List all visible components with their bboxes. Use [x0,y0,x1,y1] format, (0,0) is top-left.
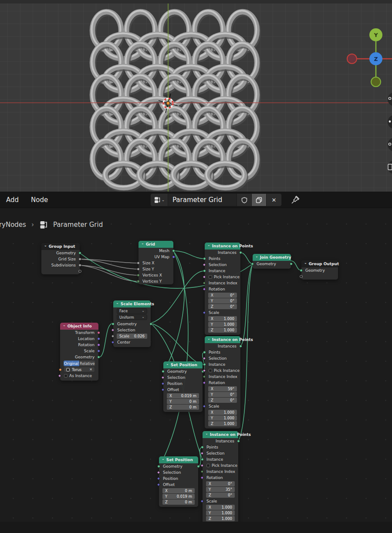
object-picker-field[interactable]: Torus ✕ [64,367,95,372]
scale-y-field[interactable]: Y1.000 [206,510,235,516]
rotation-y-field[interactable]: Y0° [208,298,237,304]
scale-field[interactable]: Scale0.026 [117,334,147,339]
orientation-gizmo[interactable]: Y Z [347,28,392,87]
collapse-chevron-icon[interactable]: ⌄ [205,432,208,435]
offset-y-field[interactable]: Y0.019 m [162,494,195,499]
socket-instance-in[interactable] [201,458,204,461]
node-header[interactable]: ⌄Instance on Points [205,243,240,250]
socket-geometry-in[interactable] [162,370,165,373]
socket-points-in[interactable] [203,351,206,354]
scale-z-field[interactable]: Z1.000 [208,421,237,426]
socket-size-x-in[interactable] [137,262,140,265]
node-group-output[interactable]: ⌄Group Output Geometry [301,260,338,280]
socket-scale-out[interactable] [97,350,100,353]
pick-instance-checkbox[interactable] [209,275,212,279]
relative-toggle-button[interactable]: Relative [80,361,95,366]
socket-size-y-in[interactable] [137,268,140,271]
node-header[interactable]: ⌄Group Input [41,243,80,250]
rotation-z-field[interactable]: Z0° [208,398,237,403]
node-grid[interactable]: ⌄Grid Mesh UV Map Size X Size Y Vertices… [139,241,173,284]
menu-add[interactable]: Add [0,193,25,206]
scale-z-field[interactable]: Z1.000 [208,327,237,333]
node-header[interactable]: ⌄Instance on Points [203,431,238,438]
rotation-x-field[interactable]: X59° [208,386,237,391]
scale-x-field[interactable]: X1.000 [206,505,235,510]
fake-user-button[interactable] [237,194,252,206]
rotation-y-field[interactable]: Y0° [208,392,237,397]
collapse-chevron-icon[interactable]: ⌄ [207,337,210,341]
socket-subdivisions-out[interactable] [78,264,81,267]
node-set-position-1[interactable]: ⌄Set Position Geometry Selection Positio… [163,361,203,412]
domain-dropdown[interactable]: Face⌄ [117,308,147,314]
collapse-chevron-icon[interactable]: ⌄ [255,255,258,258]
node-instance-on-points-1[interactable]: ⌄Instance on Points Instances Points Sel… [205,243,240,335]
scale-y-field[interactable]: Y1.000 [208,415,237,421]
collapse-chevron-icon[interactable]: ⌄ [141,242,144,245]
node-tree-name-field[interactable]: Parameter Grid [168,194,237,206]
socket-instance-in[interactable] [203,363,206,366]
pick-instance-checkbox[interactable] [209,369,212,372]
socket-location-out[interactable] [97,337,100,341]
node-header[interactable]: ⌄Set Position [163,361,203,368]
node-header[interactable]: ⌄Scale Elements [113,300,151,307]
scale-x-field[interactable]: X1.000 [208,410,237,415]
menu-node[interactable]: Node [25,193,54,206]
offset-x-field[interactable]: X0 m [162,488,195,493]
socket-transform-out[interactable] [97,331,100,334]
new-copy-button[interactable] [252,194,267,206]
rotation-z-field[interactable]: Z0° [208,304,237,309]
socket-geometry-out[interactable] [149,322,152,325]
node-header[interactable]: ⌄Set Position [159,456,198,463]
viewport-camera-button[interactable] [388,138,392,152]
socket-geometry-in[interactable] [112,322,115,325]
collapse-chevron-icon[interactable]: ⌄ [116,301,119,305]
pick-instance-checkbox[interactable] [206,464,210,467]
socket-virtual[interactable] [300,275,303,278]
node-tree-browse-button[interactable]: ⌄ [151,194,168,206]
node-object-info[interactable]: ⌄Object Info Transform Location Rotation… [60,323,98,381]
socket-rotation-out[interactable] [97,344,100,347]
node-instance-on-points-2[interactable]: ⌄Instance on Points Instances Points Sel… [205,336,240,428]
socket-geometry-out[interactable] [97,356,100,359]
socket-object-in[interactable] [59,368,62,371]
rotation-x-field[interactable]: X0° [206,481,235,486]
collapse-chevron-icon[interactable]: ⌄ [304,261,307,265]
node-header[interactable]: ⌄Grid [139,241,173,248]
node-instance-on-points-3[interactable]: ⌄Instance on Points Instances Points Sel… [203,431,238,523]
scale-x-field[interactable]: X1.000 [208,316,237,321]
node-group-input[interactable]: ⌄Group Input Geometry Grid Size Subdivis… [41,243,80,274]
socket-mesh-out[interactable] [172,250,175,253]
rotation-x-field[interactable]: X0° [208,293,237,298]
collapse-chevron-icon[interactable]: ⌄ [166,362,169,366]
socket-geometry-out[interactable] [78,252,81,255]
socket-geometry-out[interactable] [290,263,293,266]
viewport-3d[interactable]: Y Z [0,0,392,192]
node-editor-canvas[interactable]: tryNodes › Parameter Grid [0,208,392,533]
socket-geometry-in[interactable] [300,269,303,272]
collapse-chevron-icon[interactable]: ⌄ [63,324,66,327]
pin-button[interactable] [290,195,301,207]
socket-grid-size-out[interactable] [78,258,81,261]
scale-mode-dropdown[interactable]: Uniform⌄ [117,314,147,320]
node-scale-elements[interactable]: ⌄Scale Elements Face⌄ Uniform⌄ Geometry … [113,300,151,347]
socket-instances-out[interactable] [239,251,242,254]
socket-instance-in[interactable] [203,270,206,273]
scale-z-field[interactable]: Z1.000 [206,516,235,521]
socket-geometry-out[interactable] [197,465,200,468]
socket-instances-out[interactable] [239,345,242,348]
node-join-geometry[interactable]: ⌄Join Geometry Geometry [253,254,291,269]
node-header[interactable]: ⌄Instance on Points [205,336,240,343]
unlink-button[interactable]: ✕ [267,194,281,206]
rotation-z-field[interactable]: Z0° [206,493,235,498]
node-set-position-2[interactable]: ⌄Set Position Geometry Selection Positio… [159,456,198,507]
socket-instances-out[interactable] [237,440,240,443]
viewport-nav-buttons[interactable] [388,92,392,174]
offset-y-field[interactable]: Y0 m [167,399,199,404]
offset-z-field[interactable]: Z0 m [162,499,195,505]
node-header[interactable]: ⌄Group Output [301,260,338,267]
socket-uv-map-out[interactable] [172,256,175,259]
socket-vertices-x-in[interactable] [137,274,140,277]
original-toggle-button[interactable]: Original [64,361,79,366]
socket-points-in[interactable] [201,446,204,449]
socket-points-in[interactable] [203,257,206,260]
